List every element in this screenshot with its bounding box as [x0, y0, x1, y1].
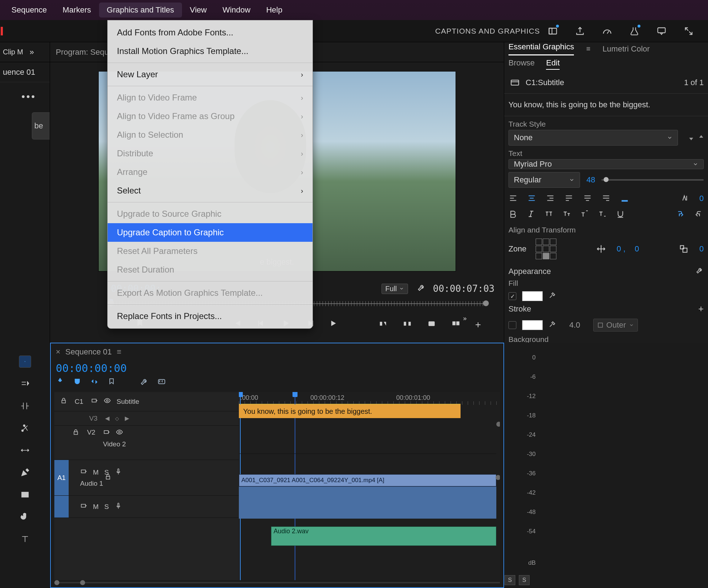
clips-area[interactable]: :00:00 00:00:00:12 00:00:01:00 You know,…	[239, 392, 500, 580]
marker-tool-icon[interactable]	[107, 377, 116, 388]
lift-button[interactable]	[378, 319, 389, 329]
rectangle-tool[interactable]	[19, 489, 31, 501]
subtab-browse[interactable]: Browse	[508, 58, 535, 70]
panel-options-icon[interactable]: •••	[0, 82, 50, 107]
tab-lumetri-color[interactable]: Lumetri Color	[603, 44, 650, 54]
kerning-icon[interactable]	[681, 193, 691, 204]
tab-essential-graphics[interactable]: Essential Graphics	[508, 42, 574, 55]
zoom-handle-left[interactable]	[54, 580, 59, 585]
meter-solo-left[interactable]: S	[505, 575, 515, 585]
magnet-icon[interactable]	[73, 377, 82, 388]
track-v3-label[interactable]: V3	[87, 415, 99, 422]
compare-button[interactable]	[451, 319, 462, 329]
gauge-icon[interactable]	[601, 25, 614, 38]
lock-icon[interactable]	[60, 397, 67, 406]
scale-icon[interactable]	[677, 242, 690, 255]
trackstyle-select[interactable]: None	[508, 130, 678, 146]
pos-y-value[interactable]: 0	[635, 244, 639, 254]
menu-markers[interactable]: Markers	[55, 3, 99, 18]
caption-track-label[interactable]: C1:Subtitle	[526, 78, 564, 87]
fullscreen-icon[interactable]	[682, 25, 695, 38]
zoom-select[interactable]: Full	[382, 284, 408, 294]
kerning-value[interactable]: 0	[699, 194, 704, 203]
next-keyframe-icon[interactable]: ▶	[125, 415, 129, 422]
eye-icon[interactable]	[104, 397, 111, 406]
menu-install-mogrt[interactable]: Install Motion Graphics Template...	[108, 42, 313, 60]
menu-help[interactable]: Help	[258, 3, 290, 18]
hand-tool[interactable]	[19, 511, 31, 523]
stroke-width-value[interactable]: 4.0	[569, 320, 580, 330]
timeline-sequence-tab[interactable]: Sequence 01	[65, 347, 112, 357]
voice-record-icon[interactable]	[115, 468, 122, 477]
mute-button[interactable]: M	[93, 503, 99, 511]
transport-more-icon[interactable]: »	[463, 315, 467, 322]
justify-last-center-icon[interactable]	[583, 193, 593, 204]
underline-icon[interactable]	[616, 209, 626, 219]
workspace-label[interactable]: CAPTIONS AND GRAPHICS	[435, 27, 540, 35]
align-right-icon[interactable]	[546, 193, 556, 204]
panel-menu-icon[interactable]: ≡	[586, 45, 590, 53]
zone-grid[interactable]	[536, 239, 556, 259]
font-size-slider[interactable]	[601, 179, 704, 181]
menu-new-layer[interactable]: New Layer›	[108, 65, 313, 84]
menu-upgrade-caption-to-graphic[interactable]: Upgrade Caption to Graphic	[108, 223, 313, 242]
prev-keyframe-icon[interactable]: ◀	[105, 415, 109, 422]
meter-solo-right[interactable]: S	[519, 575, 530, 585]
justify-full-icon[interactable]	[620, 193, 630, 204]
clip-tab[interactable]: Clip M	[3, 48, 23, 56]
smallcaps-icon[interactable]	[562, 209, 572, 219]
transport-add-button[interactable]: +	[475, 319, 481, 330]
menu-replace-fonts[interactable]: Replace Fonts in Projects...	[108, 307, 313, 325]
menu-graphics-and-titles[interactable]: Graphics and Titles	[99, 3, 182, 18]
timeline-wrench-icon[interactable]	[140, 377, 149, 388]
ltr-icon[interactable]	[676, 209, 686, 219]
subscript-icon[interactable]	[598, 209, 608, 219]
lock-icon[interactable]	[72, 428, 79, 437]
solo-button[interactable]: S	[104, 503, 109, 511]
voice-record-icon[interactable]	[115, 502, 122, 511]
position-icon[interactable]	[595, 242, 608, 255]
track-output-icon[interactable]	[91, 397, 98, 406]
font-style-select[interactable]: Regular	[508, 172, 580, 188]
time-ruler[interactable]: :00:00 00:00:00:12 00:00:01:00	[239, 392, 500, 405]
scale-value[interactable]: 0	[699, 244, 704, 254]
rtl-icon[interactable]	[694, 209, 704, 219]
stroke-eyedropper-icon[interactable]	[549, 320, 556, 330]
stroke-add-button[interactable]: +	[698, 303, 704, 314]
scrub-end-handle[interactable]	[483, 300, 489, 306]
align-left-icon[interactable]	[508, 193, 518, 204]
slip-tool[interactable]	[19, 444, 31, 456]
lock-icon[interactable]	[104, 473, 112, 482]
export-icon[interactable]	[574, 25, 586, 38]
menu-add-fonts[interactable]: Add Fonts from Adobe Fonts...	[108, 23, 313, 42]
track-output-icon[interactable]	[80, 468, 87, 477]
eye-icon[interactable]	[116, 428, 123, 437]
track-c1-label[interactable]: C1	[73, 398, 85, 406]
workspace-icon[interactable]	[546, 25, 559, 38]
program-tab[interactable]: Program: Sequ	[56, 48, 109, 57]
align-center-icon[interactable]	[527, 193, 537, 204]
clip-handle[interactable]	[496, 422, 500, 427]
superscript-icon[interactable]	[580, 209, 590, 219]
clip-handle[interactable]	[496, 475, 500, 480]
caption-clip[interactable]: You know, this is going to be the bigges…	[239, 405, 461, 418]
subtab-edit[interactable]: Edit	[546, 58, 560, 70]
settings-wrench-icon[interactable]	[417, 283, 426, 294]
stroke-position-select[interactable]: Outer	[593, 319, 638, 332]
stroke-color-swatch[interactable]	[522, 320, 543, 330]
chat-icon[interactable]	[655, 25, 668, 38]
selection-tool[interactable]	[19, 356, 31, 368]
menu-view[interactable]: View	[182, 3, 215, 18]
track-a2-target[interactable]	[54, 496, 69, 518]
appearance-wrench-icon[interactable]	[696, 266, 704, 277]
sequence-label[interactable]: uence 01	[0, 62, 50, 82]
video-clip[interactable]: A001_C037_0921 A001_C064_09224Y_001.mp4 …	[239, 474, 496, 486]
bin-item[interactable]: be	[32, 112, 50, 139]
zoom-handle-right[interactable]	[80, 580, 85, 585]
track-output-icon[interactable]	[80, 502, 87, 511]
beaker-icon[interactable]	[628, 25, 641, 38]
track-select-tool[interactable]	[19, 378, 31, 390]
trackstyle-push-up[interactable]	[697, 134, 705, 142]
razor-tool[interactable]	[19, 422, 31, 434]
export-frame-button[interactable]	[427, 319, 438, 329]
